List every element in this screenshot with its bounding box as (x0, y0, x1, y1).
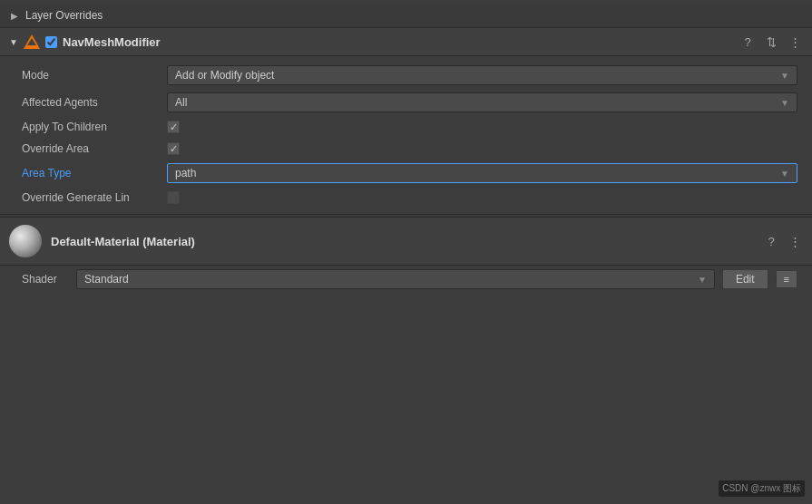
affected-agents-row: Affected Agents All ▼ (0, 89, 812, 116)
affected-agents-value: All ▼ (167, 92, 797, 112)
material-section: Default-Material (Material) ? ⋮ Shader S… (0, 217, 812, 293)
inspector-panel: ▶ Layer Overrides ▼ NavMeshModifier ? ⇅ … (0, 0, 812, 296)
mode-label: Mode (22, 69, 167, 82)
mode-dropdown-arrow: ▼ (780, 71, 789, 81)
affected-agents-label: Affected Agents (22, 96, 167, 109)
layer-overrides-title: Layer Overrides (25, 9, 103, 22)
override-area-value (167, 142, 797, 155)
affected-agents-dropdown-text: All (175, 96, 187, 109)
override-generate-links-label: Override Generate Lin (22, 191, 167, 204)
navmesh-header-icons: ? ⇅ ⋮ (739, 34, 803, 50)
area-type-dropdown[interactable]: path ▼ (167, 163, 797, 183)
shader-dropdown[interactable]: Standard ▼ (76, 269, 715, 289)
override-area-checkbox[interactable] (167, 142, 180, 155)
mode-value: Add or Modify object ▼ (167, 65, 797, 85)
material-menu-icon[interactable]: ⋮ (787, 233, 803, 249)
apply-to-children-checkbox[interactable] (167, 121, 180, 133)
override-generate-links-value (167, 191, 797, 204)
shader-list-button[interactable]: ≡ (776, 270, 797, 288)
navmesh-modifier-enable-checkbox[interactable] (45, 36, 57, 48)
area-type-label: Area Type (22, 167, 167, 179)
apply-to-children-label: Apply To Children (22, 121, 167, 133)
shader-row: Shader Standard ▼ Edit ≡ (0, 266, 812, 293)
navmesh-menu-icon[interactable]: ⋮ (787, 34, 803, 50)
override-area-row: Override Area (0, 138, 812, 160)
navmesh-modifier-section: ▼ NavMeshModifier ? ⇅ ⋮ Mode Add or Modi… (0, 28, 812, 215)
area-type-dropdown-text: path (175, 167, 196, 179)
area-type-dropdown-arrow: ▼ (780, 169, 789, 179)
affected-agents-dropdown[interactable]: All ▼ (167, 92, 797, 112)
override-area-label: Override Area (22, 142, 167, 155)
material-header: Default-Material (Material) ? ⋮ (0, 218, 812, 266)
shader-label: Shader (22, 273, 76, 286)
navmesh-modifier-name: NavMeshModifier (63, 35, 734, 49)
material-help-icon[interactable]: ? (763, 233, 779, 249)
navmesh-modifier-header: ▼ NavMeshModifier ? ⇅ ⋮ (0, 28, 812, 56)
shader-value-container: Standard ▼ Edit ≡ (76, 269, 797, 289)
affected-agents-dropdown-arrow: ▼ (780, 98, 789, 108)
shader-edit-button[interactable]: Edit (722, 269, 768, 289)
shader-dropdown-text: Standard (84, 273, 129, 286)
override-generate-links-row: Override Generate Lin (0, 187, 812, 208)
mode-dropdown[interactable]: Add or Modify object ▼ (167, 65, 797, 85)
area-type-row: Area Type path ▼ (0, 160, 812, 187)
area-type-value: path ▼ (167, 163, 797, 183)
layer-overrides-arrow: ▶ (9, 10, 20, 21)
material-name: Default-Material (Material) (51, 235, 754, 248)
navmesh-icon (24, 34, 40, 50)
apply-to-children-value (167, 121, 797, 133)
material-header-icons: ? ⋮ (763, 233, 803, 249)
shader-dropdown-arrow: ▼ (698, 275, 707, 285)
apply-to-children-row: Apply To Children (0, 116, 812, 138)
override-generate-links-checkbox[interactable] (167, 191, 180, 204)
mode-row: Mode Add or Modify object ▼ (0, 62, 812, 89)
watermark: CSDN @znwx 图标 (719, 480, 805, 497)
material-sphere-icon (9, 225, 42, 257)
navmesh-help-icon[interactable]: ? (739, 34, 756, 50)
navmesh-properties: Mode Add or Modify object ▼ Affected Age… (0, 56, 812, 214)
navmesh-modifier-arrow[interactable]: ▼ (9, 37, 18, 47)
mode-dropdown-text: Add or Modify object (175, 69, 274, 82)
navmesh-presets-icon[interactable]: ⇅ (763, 34, 779, 50)
layer-overrides-header[interactable]: ▶ Layer Overrides (0, 4, 812, 28)
